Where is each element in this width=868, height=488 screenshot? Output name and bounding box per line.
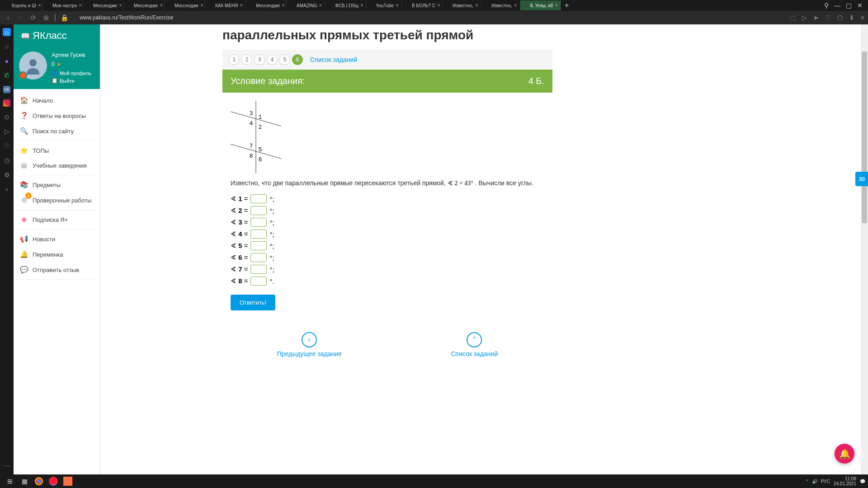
profile-link[interactable]: 👤 Мой профиль: [52, 70, 91, 76]
notification-bell-icon[interactable]: 🔔: [835, 444, 854, 464]
reload-icon[interactable]: ⟳: [29, 14, 38, 21]
pager-item-3[interactable]: 3: [254, 54, 265, 65]
browser-tab[interactable]: КАК МЕНЯ×: [205, 0, 246, 10]
close-window-icon[interactable]: ✕: [857, 2, 863, 9]
browser-tab[interactable]: Мессендже×: [83, 0, 124, 10]
heart-icon[interactable]: ♡: [825, 14, 831, 21]
settings-icon[interactable]: ⚙: [3, 171, 11, 179]
mail-tab-icon[interactable]: ✉: [855, 172, 868, 186]
back-icon[interactable]: ‹: [4, 14, 13, 21]
close-icon[interactable]: ×: [555, 2, 558, 9]
browser-tab[interactable]: YouTube×: [366, 0, 402, 10]
nav-icon: 📢: [20, 235, 28, 243]
angle-input-6[interactable]: [250, 253, 267, 262]
minimize-icon[interactable]: —: [834, 2, 840, 9]
pager-item-5[interactable]: 5: [279, 54, 290, 65]
heart-icon-sb[interactable]: ♡: [3, 142, 11, 150]
whatsapp-icon[interactable]: ✆: [3, 71, 11, 80]
angle-input-1[interactable]: [250, 194, 267, 203]
logout-link[interactable]: 📋 Выйти: [52, 78, 91, 84]
sidebar-item-новости[interactable]: 📢Новости: [14, 231, 100, 247]
browser-tab[interactable]: Мессендже×: [124, 0, 165, 10]
browser-tab[interactable]: AMAZING×: [287, 0, 326, 10]
new-tab-button[interactable]: +: [561, 1, 572, 9]
clock-icon[interactable]: ◷: [3, 156, 11, 164]
browser-tab[interactable]: Мессендже×: [165, 0, 205, 10]
browser-tab[interactable]: Мои настро×: [42, 0, 83, 10]
sidebar-item-проверочные-работы[interactable]: ⚙2Проверочные работы: [14, 192, 100, 208]
bookmark-icon[interactable]: ☆: [3, 42, 11, 51]
scrollbar[interactable]: [861, 24, 868, 474]
url-bar: ‹ › ⟳ ⊞ | 🔒 www.yaklass.ru/TestWorkRun/E…: [0, 11, 868, 24]
download-icon[interactable]: ⬇: [849, 14, 854, 21]
maximize-icon[interactable]: ▢: [846, 2, 852, 9]
close-icon[interactable]: ×: [240, 2, 243, 9]
answer-button[interactable]: Ответить!: [231, 295, 275, 310]
sidebar-item-отправить-отзыв[interactable]: 💬Отправить отзыв: [14, 262, 100, 277]
sidebar-item-подписка-я+[interactable]: ⊕Подписка Я+: [14, 212, 100, 227]
task-list-button[interactable]: ˄ Список заданий: [451, 332, 498, 357]
url-input[interactable]: www.yaklass.ru/TestWorkRun/Exercise: [72, 14, 786, 21]
close-icon[interactable]: ×: [200, 2, 203, 9]
browser-tab[interactable]: ФСБ | Общ×: [326, 0, 366, 10]
bulb-icon[interactable]: ♀: [3, 185, 11, 193]
cube-icon[interactable]: ⬡: [837, 14, 843, 21]
task-list-link[interactable]: Список заданий: [310, 56, 357, 63]
close-icon[interactable]: ×: [119, 2, 122, 9]
prev-task-button[interactable]: ‹ Предыдущее задание: [277, 332, 342, 357]
close-icon[interactable]: ×: [475, 2, 478, 9]
close-icon[interactable]: ×: [396, 2, 399, 9]
angle-input-8[interactable]: [250, 277, 267, 286]
pager-item-6[interactable]: 6: [292, 54, 303, 65]
more-icon[interactable]: ⋯: [3, 462, 11, 470]
nav-label: Переменка: [33, 251, 63, 258]
sidebar-item-переменка[interactable]: 🔔Переменка: [14, 247, 100, 262]
sidebar-item-поиск-по-сайту[interactable]: 🔍Поиск по сайту: [14, 123, 100, 139]
angle-row-3: ∢ 3 =°;: [231, 218, 544, 227]
close-icon[interactable]: ×: [514, 2, 517, 9]
forward-icon[interactable]: ›: [16, 14, 25, 21]
send-icon[interactable]: ➤: [813, 14, 819, 21]
pager-item-1[interactable]: 1: [229, 54, 240, 65]
logo[interactable]: 📖 ЯКласс: [14, 24, 100, 47]
vk-icon[interactable]: VK: [3, 86, 10, 93]
pager-item-2[interactable]: 2: [241, 54, 252, 65]
browser-tab[interactable]: Известно,×: [481, 0, 520, 10]
sidebar-item-начало[interactable]: 🏠Начало: [14, 93, 100, 108]
angle-input-3[interactable]: [250, 218, 267, 227]
close-icon[interactable]: ×: [160, 2, 163, 9]
angle-input-2[interactable]: [250, 206, 267, 215]
instagram-icon[interactable]: [3, 99, 10, 107]
nav-label: Новости: [33, 236, 55, 243]
video-popout-icon[interactable]: ▷: [802, 14, 807, 21]
browser-tab[interactable]: Известно,×: [443, 0, 481, 10]
play-icon[interactable]: ▷: [3, 127, 11, 136]
close-icon[interactable]: ×: [319, 2, 322, 9]
browser-tab[interactable]: 6. Углы, об×: [520, 0, 561, 10]
sidebar-item-учебные-заведения[interactable]: 🏛Учебные заведения: [14, 158, 100, 173]
history-icon[interactable]: ⊙: [3, 113, 11, 121]
home-icon[interactable]: ⌂: [3, 28, 11, 36]
sidebar-item-топы[interactable]: ⭐ТОПы: [14, 143, 100, 158]
browser-tab[interactable]: В БОЛЬ? С×: [402, 0, 443, 10]
close-icon[interactable]: ×: [360, 2, 363, 9]
angle-row-8: ∢ 8 =°.: [231, 277, 544, 286]
close-icon[interactable]: ×: [38, 2, 41, 9]
messenger-icon[interactable]: ●: [3, 57, 11, 65]
search-icon[interactable]: ⚲: [824, 2, 829, 9]
sidebar-item-ответы-на-вопросы[interactable]: ❓Ответы на вопросы: [14, 108, 100, 123]
easy-setup-icon[interactable]: ≡: [861, 14, 864, 21]
close-icon[interactable]: ×: [282, 2, 285, 9]
browser-tab[interactable]: Мессендже×: [246, 0, 287, 10]
close-icon[interactable]: ×: [437, 2, 440, 9]
sidebar-item-предметы[interactable]: 📚Предметы: [14, 177, 100, 192]
angle-input-5[interactable]: [250, 241, 267, 250]
angle-input-7[interactable]: [250, 265, 267, 274]
speed-dial-icon[interactable]: ⊞: [42, 14, 51, 21]
avatar[interactable]: [19, 52, 47, 80]
pager-item-4[interactable]: 4: [267, 54, 278, 65]
close-icon[interactable]: ×: [79, 2, 82, 9]
browser-tab[interactable]: Король и Ш×: [2, 0, 42, 10]
angle-input-4[interactable]: [250, 230, 267, 239]
snapshot-icon[interactable]: ⬚: [790, 14, 796, 21]
